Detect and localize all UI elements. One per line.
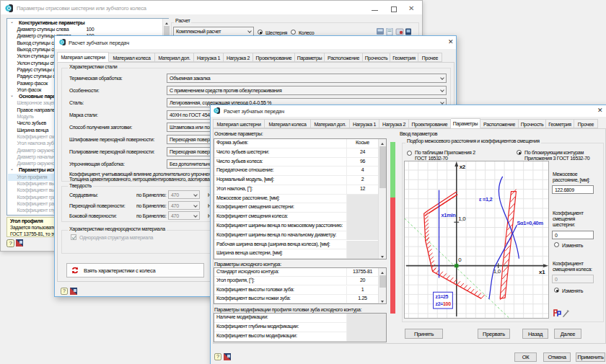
svg-text:ε =1,2: ε =1,2 xyxy=(479,196,493,203)
svg-text:x1min: x1min xyxy=(441,212,456,218)
svg-text:1,0: 1,0 xyxy=(458,216,466,222)
svg-text:Sα1=0,40m: Sα1=0,40m xyxy=(517,220,543,226)
svg-text:0: 0 xyxy=(458,257,462,263)
svg-text:z1=25: z1=25 xyxy=(436,294,449,299)
svg-text:?: ? xyxy=(63,288,66,294)
svg-text:z2=100: z2=100 xyxy=(436,301,452,306)
svg-text:x2: x2 xyxy=(460,164,466,170)
svg-text:x1: x1 xyxy=(539,269,545,275)
svg-text:?: ? xyxy=(216,353,219,360)
